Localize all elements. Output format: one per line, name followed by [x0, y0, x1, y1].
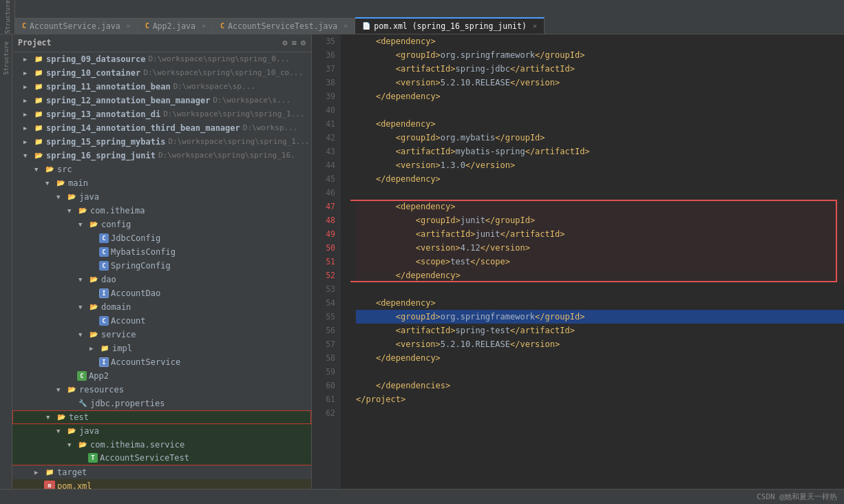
- code-line-45: </dependency>: [356, 172, 844, 186]
- folder-open-icon: 📂: [66, 426, 77, 437]
- gear-icon[interactable]: ⚙: [282, 38, 287, 48]
- tree-item-com-itheima[interactable]: ▼ 📂 com.itheima: [12, 204, 311, 218]
- code-line-60: </dependencies>: [356, 379, 844, 392]
- tab-close-pomxml[interactable]: ✕: [533, 22, 537, 30]
- code-editor[interactable]: 35 36 37 38 39 40 41 42 43 44 45 46 47 4…: [312, 34, 844, 489]
- tree-item-test[interactable]: ▼ 📂 test: [12, 410, 311, 424]
- collapse-arrow: ▶: [23, 138, 33, 145]
- props-icon: 🔧: [77, 398, 88, 409]
- tree-item-java-test[interactable]: ▼ 📂 java: [12, 424, 311, 438]
- tab-close-app2[interactable]: ✕: [202, 22, 206, 30]
- layout-icon[interactable]: ≡: [292, 38, 297, 48]
- tab-icon-app2: C: [145, 22, 149, 30]
- tree-item-spring09[interactable]: ▶ 📁 spring_09_datasource D:\workspace\sp…: [12, 52, 311, 66]
- code-line-49: <artifactId>junit</artifactId>: [356, 227, 844, 241]
- code-line-59: [356, 365, 844, 379]
- tree-item-config[interactable]: ▼ 📂 config: [12, 218, 311, 231]
- tree-item-spring14[interactable]: ▶ 📁 spring_14_annotation_third_bean_mana…: [12, 121, 311, 135]
- code-line-62: [356, 406, 844, 420]
- tree-item-jdbcprops[interactable]: 🔧 jdbc.properties: [12, 397, 311, 410]
- project-tree-panel: Project ⚙ ≡ ⚙ ▶ 📁 spring_09_datasource D…: [12, 34, 312, 489]
- expand-arrow: ▼: [67, 441, 77, 448]
- java-class-icon: C: [99, 316, 109, 326]
- folder-icon: 📁: [33, 95, 44, 106]
- expand-arrow: ▼: [34, 166, 44, 173]
- tab-label-accountservice: AccountService.java: [30, 21, 120, 31]
- folder-open-icon: 📂: [88, 274, 99, 285]
- structure-panel-label[interactable]: Structure: [3, 41, 10, 75]
- tree-item-account[interactable]: C Account: [12, 314, 311, 328]
- tab-close-accountservicetest[interactable]: ✕: [344, 22, 348, 30]
- tree-item-springconfig[interactable]: C SpringConfig: [12, 259, 311, 273]
- tab-accountservice[interactable]: C AccountService.java ✕: [15, 18, 138, 34]
- tree-item-spring10[interactable]: ▶ 📁 spring_10_container D:\workspace\spr…: [12, 66, 311, 80]
- expand-arrow: ▼: [67, 207, 77, 214]
- tree-item-spring11[interactable]: ▶ 📁 spring_11_annotation_bean D:\workspa…: [12, 80, 311, 94]
- code-line-57: <version>5.2.10.RELEASE</version>: [356, 337, 844, 351]
- tab-accountservicetest[interactable]: C AccountServiceTest.java ✕: [213, 18, 355, 34]
- tree-item-jdbcconfig[interactable]: C JdbcConfig: [12, 231, 311, 245]
- collapse-arrow: ▶: [23, 56, 33, 63]
- code-content[interactable]: <dependency> <groupId>org.springframewor…: [350, 34, 844, 489]
- tree-item-spring13[interactable]: ▶ 📁 spring_13_annotation_di D:\workspace…: [12, 107, 311, 121]
- tree-item-spring12[interactable]: ▶ 📁 spring_12_annotation_bean_manager D:…: [12, 94, 311, 107]
- collapse-arrow: ▶: [23, 70, 33, 76]
- line-numbers: 35 36 37 38 39 40 41 42 43 44 45 46 47 4…: [312, 34, 341, 489]
- folder-open-icon: 📂: [77, 439, 88, 450]
- code-line-39: </dependency>: [356, 90, 844, 103]
- tab-app2[interactable]: C App2.java ✕: [138, 18, 213, 34]
- code-line-44: <version>1.3.0</version>: [356, 158, 844, 172]
- folder-icon: 📁: [33, 67, 44, 78]
- tab-label-pomxml: pom.xml (spring_16_spring_junit): [374, 21, 527, 31]
- folder-open-icon: 📂: [33, 150, 44, 161]
- expand-arrow: ▼: [56, 386, 66, 393]
- java-class-icon: C: [99, 233, 109, 243]
- structure-label: Structure: [4, 0, 11, 34]
- settings-icon[interactable]: ⚙: [301, 38, 306, 48]
- tree-item-target[interactable]: ▶ 📁 target: [12, 465, 311, 479]
- tree-item-resources[interactable]: ▼ 📂 resources: [12, 383, 311, 397]
- tree-item-src[interactable]: ▼ 📂 src: [12, 162, 311, 176]
- folder-open-icon: 📂: [66, 191, 77, 202]
- code-line-42: <groupId>org.mybatis</groupId>: [356, 131, 844, 145]
- folder-icon: 📁: [33, 109, 44, 120]
- tree-item-service[interactable]: ▼ 📂 service: [12, 328, 311, 342]
- code-line-37: <artifactId>spring-jdbc</artifactId>: [356, 62, 844, 76]
- tree-item-accountservice[interactable]: I AccountService: [12, 355, 311, 369]
- tree-item-java-main[interactable]: ▼ 📂 java: [12, 190, 311, 204]
- tree-item-mybatisconfig[interactable]: C MybatisConfig: [12, 245, 311, 259]
- left-structure-panel: Structure: [0, 34, 12, 489]
- code-line-56: <artifactId>spring-test</artifactId>: [356, 324, 844, 337]
- expand-arrow: ▼: [78, 221, 88, 228]
- collapse-arrow: ▶: [23, 97, 33, 104]
- tree-item-impl[interactable]: ▶ 📁 impl: [12, 342, 311, 355]
- tab-pomxml[interactable]: 📄 pom.xml (spring_16_spring_junit) ✕: [355, 17, 545, 34]
- expand-arrow: ▼: [56, 193, 66, 200]
- java-app-icon: C: [77, 371, 87, 381]
- tree-item-accountservicetest[interactable]: T AccountServiceTest: [12, 452, 311, 465]
- tree-item-accountdao[interactable]: I AccountDao: [12, 286, 311, 300]
- java-interface-icon: I: [99, 357, 109, 367]
- folder-open-icon: 📂: [56, 412, 67, 423]
- tab-bar: Structure C AccountService.java ✕ C App2…: [0, 0, 844, 34]
- code-line-43: <artifactId>mybatis-spring</artifactId>: [356, 145, 844, 158]
- java-class-icon: C: [99, 247, 109, 257]
- folder-icon: 📁: [33, 136, 44, 147]
- tree-item-main[interactable]: ▼ 📂 main: [12, 176, 311, 190]
- tree-item-spring15[interactable]: ▶ 📁 spring_15_spring_mybatis D:\workspac…: [12, 135, 311, 149]
- tree-item-spring16[interactable]: ▼ 📂 spring_16_spring_junit D:\workspace\…: [12, 149, 311, 162]
- tree-item-dao[interactable]: ▼ 📂 dao: [12, 273, 311, 286]
- code-line-38: <version>5.2.10.RELEASE</version>: [356, 76, 844, 90]
- code-line-61: </project>: [356, 392, 844, 406]
- tree-scroll[interactable]: ▶ 📁 spring_09_datasource D:\workspace\sp…: [12, 52, 311, 489]
- tab-icon-accountservicetest: C: [220, 22, 224, 30]
- java-class-icon: C: [99, 261, 109, 271]
- expand-arrow: ▼: [78, 331, 88, 338]
- tree-item-pomxml[interactable]: m pom.xml: [12, 479, 311, 489]
- tree-item-com-itheima-service[interactable]: ▼ 📂 com.itheima.service: [12, 438, 311, 452]
- tree-item-domain[interactable]: ▼ 📂 domain: [12, 300, 311, 314]
- code-line-52: </dependency>: [356, 269, 844, 282]
- tab-close-accountservice[interactable]: ✕: [127, 22, 131, 30]
- tree-item-app2[interactable]: C App2: [12, 369, 311, 383]
- expand-arrow: ▶: [34, 469, 44, 476]
